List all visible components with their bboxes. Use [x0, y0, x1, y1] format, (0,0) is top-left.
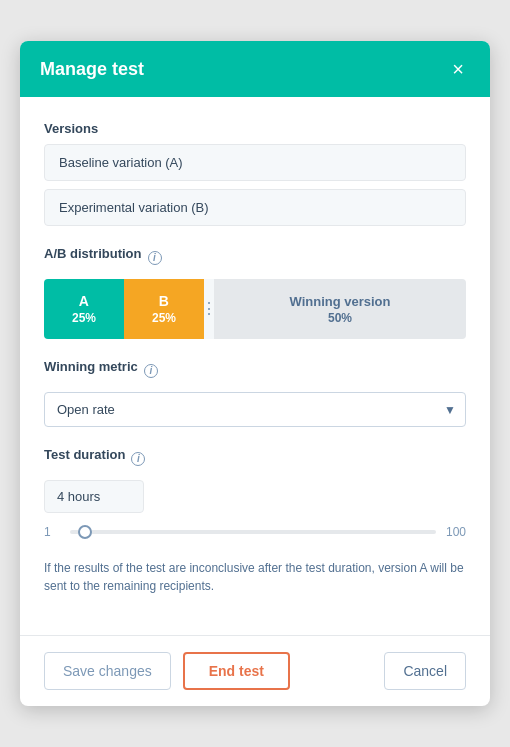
version-a-box: Baseline variation (A) — [44, 144, 466, 181]
save-changes-button[interactable]: Save changes — [44, 652, 171, 690]
dist-b-percent: 25% — [152, 311, 176, 325]
winning-metric-info-icon: i — [144, 364, 158, 378]
test-duration-info-icon: i — [131, 452, 145, 466]
distribution-info-icon: i — [148, 251, 162, 265]
winning-metric-label-row: Winning metric i — [44, 359, 466, 382]
modal-title: Manage test — [40, 59, 144, 80]
info-text: If the results of the test are inconclus… — [44, 559, 466, 595]
slider-max-label: 100 — [446, 525, 466, 539]
test-duration-label: Test duration — [44, 447, 125, 462]
distribution-bar: A 25% B 25% ⋮ Winning version 50% — [44, 279, 466, 339]
cancel-button[interactable]: Cancel — [384, 652, 466, 690]
winner-label: Winning version — [290, 294, 391, 309]
distribution-section: A/B distribution i A 25% B 25% ⋮ — [44, 246, 466, 339]
dist-winner-block: Winning version 50% — [214, 279, 466, 339]
manage-test-modal: Manage test × Versions Baseline variatio… — [20, 41, 490, 706]
slider-track[interactable] — [70, 530, 436, 534]
winning-metric-section: Winning metric i Open rate Click rate Re… — [44, 359, 466, 427]
duration-display: 4 hours — [44, 480, 144, 513]
modal-footer: Save changes End test Cancel — [20, 635, 490, 706]
dist-b-block: B 25% — [124, 279, 204, 339]
distribution-label: A/B distribution — [44, 246, 142, 261]
slider-thumb[interactable] — [78, 525, 92, 539]
distribution-label-row: A/B distribution i — [44, 246, 466, 269]
dist-separator: ⋮ — [204, 279, 214, 339]
modal-body: Versions Baseline variation (A) Experime… — [20, 97, 490, 635]
winning-metric-label: Winning metric — [44, 359, 138, 374]
version-b-box: Experimental variation (B) — [44, 189, 466, 226]
versions-label: Versions — [44, 121, 466, 136]
dist-a-block: A 25% — [44, 279, 124, 339]
slider-row: 1 100 — [44, 525, 466, 539]
dist-a-letter: A — [79, 293, 90, 309]
versions-section: Versions Baseline variation (A) Experime… — [44, 121, 466, 226]
test-duration-label-row: Test duration i — [44, 447, 466, 470]
dist-b-letter: B — [159, 293, 170, 309]
close-button[interactable]: × — [446, 57, 470, 81]
modal-header: Manage test × — [20, 41, 490, 97]
end-test-button[interactable]: End test — [183, 652, 290, 690]
slider-min-label: 1 — [44, 525, 60, 539]
dist-a-percent: 25% — [72, 311, 96, 325]
winning-metric-select[interactable]: Open rate Click rate Revenue — [44, 392, 466, 427]
winner-percent: 50% — [328, 311, 352, 325]
test-duration-section: Test duration i 4 hours 1 100 — [44, 447, 466, 539]
winning-metric-select-wrapper: Open rate Click rate Revenue ▼ — [44, 392, 466, 427]
